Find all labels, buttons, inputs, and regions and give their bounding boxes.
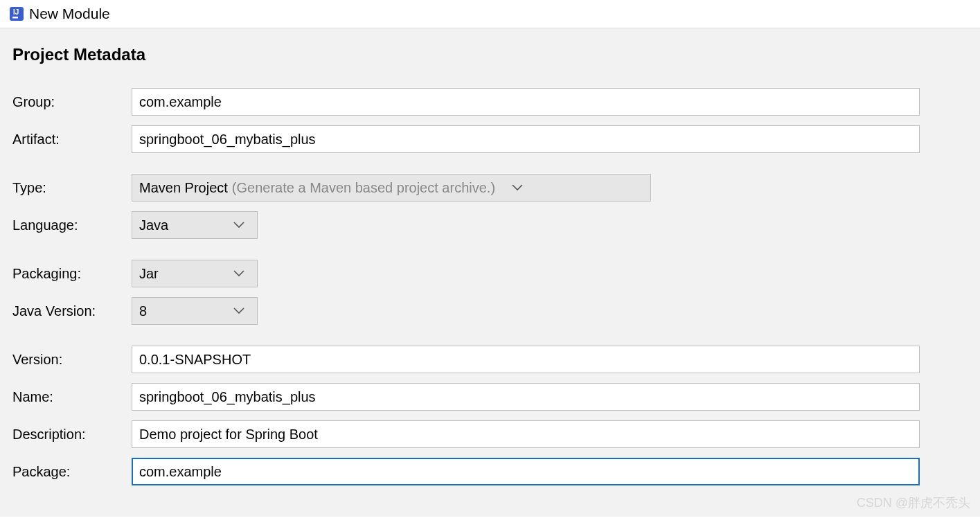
name-label: Name: [12, 389, 132, 405]
java-version-dropdown[interactable]: 8 [132, 297, 258, 325]
language-row: Language: Java [12, 211, 968, 239]
java-version-row: Java Version: 8 [12, 297, 968, 325]
type-dropdown[interactable]: Maven Project (Generate a Maven based pr… [132, 174, 651, 202]
description-row: Description: [12, 420, 968, 448]
chevron-down-icon [233, 270, 250, 277]
packaging-label: Packaging: [12, 266, 132, 282]
group-row: Group: [12, 88, 968, 116]
artifact-input[interactable] [132, 125, 920, 153]
window-title: New Module [29, 6, 110, 22]
version-row: Version: [12, 346, 968, 373]
type-label: Type: [12, 180, 132, 196]
language-value: Java [139, 217, 168, 233]
package-label: Package: [12, 464, 132, 480]
java-version-label: Java Version: [12, 303, 132, 319]
packaging-value: Jar [139, 266, 159, 282]
intellij-icon: IJ [8, 6, 25, 22]
packaging-row: Packaging: Jar [12, 260, 968, 287]
title-bar: IJ New Module [0, 0, 980, 28]
type-row: Type: Maven Project (Generate a Maven ba… [12, 174, 968, 202]
description-input[interactable] [132, 420, 920, 448]
group-input[interactable] [132, 88, 920, 116]
chevron-down-icon [233, 307, 250, 314]
group-label: Group: [12, 94, 132, 110]
package-input[interactable] [132, 458, 920, 485]
language-dropdown[interactable]: Java [132, 211, 258, 239]
packaging-dropdown[interactable]: Jar [132, 260, 258, 287]
svg-rect-1 [12, 17, 18, 19]
section-heading: Project Metadata [12, 45, 968, 64]
language-label: Language: [12, 217, 132, 233]
name-input[interactable] [132, 383, 920, 411]
version-label: Version: [12, 352, 132, 368]
chevron-down-icon [512, 184, 528, 191]
version-input[interactable] [132, 346, 920, 373]
name-row: Name: [12, 383, 968, 411]
metadata-panel: Project Metadata Group: Artifact: Type: … [0, 28, 980, 517]
java-version-value: 8 [139, 303, 147, 319]
artifact-row: Artifact: [12, 125, 968, 153]
svg-text:IJ: IJ [13, 8, 19, 16]
type-value: Maven Project [139, 180, 228, 196]
description-label: Description: [12, 427, 132, 443]
chevron-down-icon [233, 222, 250, 229]
package-row: Package: [12, 458, 968, 485]
type-hint: (Generate a Maven based project archive.… [232, 180, 495, 196]
artifact-label: Artifact: [12, 132, 132, 148]
